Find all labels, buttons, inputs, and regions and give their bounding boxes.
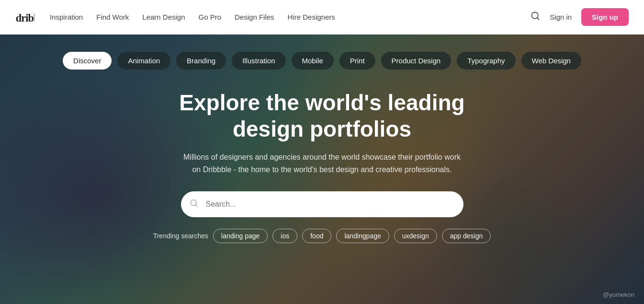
- hero-title: Explore the world's leading design portf…: [179, 90, 464, 142]
- nav-right: Sign in Sign up: [531, 8, 629, 26]
- logo[interactable]: dribbble: [15, 10, 34, 24]
- svg-line-4: [195, 205, 197, 206]
- nav-links: InspirationFind WorkLearn DesignGo ProDe…: [50, 13, 531, 21]
- trending-label: Trending searches: [153, 232, 208, 240]
- nav-inspiration[interactable]: Inspiration: [50, 13, 83, 21]
- nav-design-files[interactable]: Design Files: [235, 13, 274, 21]
- search-icon[interactable]: [531, 11, 540, 23]
- search-bar-icon: [190, 199, 198, 210]
- nav-go-pro[interactable]: Go Pro: [199, 13, 222, 21]
- category-illustration[interactable]: Illustration: [232, 52, 285, 70]
- category-mobile[interactable]: Mobile: [292, 52, 334, 70]
- svg-line-2: [537, 18, 539, 20]
- trending-tag-app-design[interactable]: app design: [442, 229, 491, 243]
- nav-learn-design[interactable]: Learn Design: [142, 13, 185, 21]
- trending-tag-landingpage[interactable]: landingpage: [336, 229, 389, 243]
- category-product-design[interactable]: Product Design: [381, 52, 452, 70]
- category-print[interactable]: Print: [339, 52, 375, 70]
- category-typography[interactable]: Typography: [457, 52, 515, 70]
- search-input[interactable]: [181, 191, 463, 217]
- category-animation[interactable]: Animation: [117, 52, 170, 70]
- category-web-design[interactable]: Web Design: [521, 52, 581, 70]
- category-branding[interactable]: Branding: [176, 52, 226, 70]
- signin-button[interactable]: Sign in: [550, 13, 572, 21]
- trending-tag-uxdesign[interactable]: uxdesign: [394, 229, 437, 243]
- trending-tag-ios[interactable]: ios: [272, 229, 297, 243]
- category-row: DiscoverAnimationBrandingIllustrationMob…: [63, 52, 581, 70]
- svg-text:dribbble: dribbble: [16, 12, 34, 23]
- trending-tag-food[interactable]: food: [302, 229, 331, 243]
- hero-subtitle: Millions of designers and agencies aroun…: [183, 151, 461, 175]
- trending-row: Trending searches landing pageiosfoodlan…: [153, 229, 491, 243]
- watermark: @yumekon: [603, 291, 634, 298]
- trending-tag-landing-page[interactable]: landing page: [213, 229, 268, 243]
- navbar: dribbble InspirationFind WorkLearn Desig…: [0, 0, 644, 35]
- hero-section: DiscoverAnimationBrandingIllustrationMob…: [0, 35, 644, 304]
- nav-find-work[interactable]: Find Work: [96, 13, 129, 21]
- category-discover[interactable]: Discover: [63, 52, 112, 70]
- nav-hire-designers[interactable]: Hire Designers: [288, 13, 335, 21]
- search-bar-wrap: [181, 191, 463, 217]
- signup-button[interactable]: Sign up: [581, 8, 629, 26]
